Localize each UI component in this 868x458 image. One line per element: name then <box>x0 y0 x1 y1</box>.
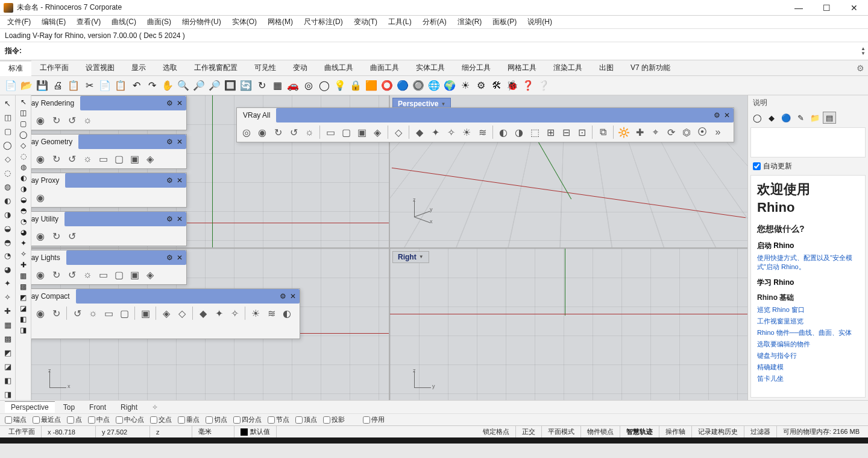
vray-compact-toolbar[interactable]: VRay Compact⚙✕ ◎◉↻↺☼▭▢▣◈◇◆✦✧☀≋◐◑ <box>31 288 300 339</box>
toolbar-tool-icon[interactable]: ◇ <box>175 306 189 320</box>
left-tool-icon[interactable]: ↖ <box>20 98 27 106</box>
osnap-checkbox[interactable] <box>295 416 303 424</box>
toolbar-tool-icon[interactable]: ▭ <box>101 306 116 320</box>
cut-icon[interactable]: ✂ <box>82 78 96 93</box>
print-icon[interactable]: 🖨 <box>51 78 65 93</box>
menu-bar[interactable]: 文件(F)编辑(E)查看(V)曲线(C)曲面(S)细分物件(U)实体(O)网格(… <box>0 16 868 29</box>
help-link[interactable]: 选取要编辑的物件 <box>757 340 859 349</box>
chevron-down-icon[interactable]: ▼ <box>441 101 445 107</box>
menu-item[interactable]: 尺寸标注(D) <box>299 16 348 28</box>
toolbar-tool-icon[interactable]: ↻ <box>49 151 63 166</box>
status-toggle[interactable]: 记录建构历史 <box>692 426 744 437</box>
toolbar-tool-icon[interactable]: ✧ <box>444 125 458 139</box>
toolbar-tool-icon[interactable]: ⏣ <box>679 125 694 139</box>
copy-icon[interactable]: 📄 <box>98 78 112 93</box>
menu-item[interactable]: 面板(P) <box>488 16 521 28</box>
left-tool-icon[interactable]: ↖ <box>2 98 14 109</box>
status-toggle[interactable]: 物件锁点 <box>581 426 620 437</box>
render-preview-icon[interactable]: ◎ <box>301 78 316 93</box>
help-link[interactable]: Rhino 物件──曲线、曲面、实体 <box>757 328 859 337</box>
layers-tab-icon[interactable]: ◆ <box>765 112 778 124</box>
undo-icon[interactable]: ↶ <box>129 78 143 93</box>
toolbar-tool-icon[interactable]: ⊡ <box>574 125 589 139</box>
left-tool-icon[interactable]: ◯ <box>2 139 14 151</box>
options-icon[interactable]: 🛠 <box>489 78 504 93</box>
menu-item[interactable]: 说明(H) <box>523 16 557 28</box>
folder-tab-icon[interactable]: 📁 <box>808 112 822 124</box>
window-minimize-button[interactable]: — <box>785 0 813 16</box>
toolbar-tool-icon[interactable]: ◐ <box>280 306 294 320</box>
toolbar-tool-icon[interactable]: ◉ <box>33 306 48 320</box>
sun-icon[interactable]: ☀ <box>458 78 473 93</box>
toolbar-tool-icon[interactable]: ▢ <box>112 151 126 166</box>
gear-icon[interactable]: ⚙ <box>166 99 173 107</box>
osnap-item[interactable]: 投影 <box>321 415 347 424</box>
menu-item[interactable]: 编辑(E) <box>37 16 71 28</box>
toolbar-tool-icon[interactable]: ◈ <box>143 151 157 166</box>
window-close-button[interactable]: ✕ <box>840 0 868 16</box>
viewport-tab[interactable]: Right <box>115 402 143 413</box>
left-tool-icon[interactable]: ◧ <box>2 375 14 386</box>
close-icon[interactable]: ✕ <box>290 292 296 301</box>
toolbar-tool-icon[interactable]: ☼ <box>80 113 95 127</box>
close-icon[interactable]: ✕ <box>177 253 183 262</box>
left-tool-icon[interactable]: ◇ <box>20 141 26 150</box>
osnap-checkbox[interactable] <box>88 416 95 424</box>
toolbar-tab[interactable]: 变动 <box>285 60 316 76</box>
help-link[interactable]: 键盘与指令行 <box>757 351 859 360</box>
osnap-checkbox[interactable] <box>33 416 40 424</box>
left-tool-icon[interactable]: ◩ <box>20 293 27 302</box>
menu-item[interactable]: 分析(A) <box>418 16 451 28</box>
toolbar-tool-icon[interactable]: ◉ <box>33 267 48 282</box>
zoom-selected-icon[interactable]: 🔎 <box>207 78 222 93</box>
materials-tab-icon[interactable]: 🔵 <box>779 112 793 124</box>
toolbar-tool-icon[interactable]: ◎ <box>31 306 32 320</box>
osnap-item[interactable]: 交点 <box>148 415 174 424</box>
left-tool-icon[interactable]: ◪ <box>20 304 27 313</box>
help-link[interactable]: 巡览 Rhino 窗口 <box>757 305 859 314</box>
left-tool-icon[interactable]: ✧ <box>2 291 14 303</box>
toolbar-tab[interactable]: 显示 <box>123 60 154 76</box>
toolbar-tool-icon[interactable]: ≋ <box>264 306 278 320</box>
left-tool-icon[interactable]: ◓ <box>2 237 14 248</box>
vray-icon[interactable]: ❓ <box>521 78 535 93</box>
menu-item[interactable]: 曲线(C) <box>107 16 141 28</box>
render-icon[interactable]: 🚗 <box>286 78 300 93</box>
left-tool-icon[interactable]: ◍ <box>20 163 27 171</box>
left-tool-icon[interactable]: ◕ <box>2 264 14 275</box>
toolbar-tool-icon[interactable]: ◑ <box>512 125 526 139</box>
close-icon[interactable]: ✕ <box>177 176 183 185</box>
status-layer[interactable]: 默认值 <box>234 426 277 437</box>
properties-icon[interactable]: 📋 <box>66 78 81 93</box>
left-tool-icon[interactable]: ✧ <box>20 250 27 258</box>
save-icon[interactable]: 💾 <box>35 78 49 93</box>
left-tool-icon[interactable]: ◍ <box>2 181 14 192</box>
left-tool-icon[interactable]: ◒ <box>20 196 27 204</box>
auto-update-checkbox[interactable] <box>753 162 761 170</box>
left-tool-icon[interactable]: ▦ <box>2 319 14 331</box>
toolbar-tool-icon[interactable]: ◉ <box>33 113 48 127</box>
toolbar-tool-icon[interactable]: ◇ <box>391 125 406 139</box>
left-tool-icon[interactable]: ◐ <box>20 174 27 182</box>
left-tool-icon[interactable]: ✚ <box>20 261 27 269</box>
gear-icon[interactable]: ⚙ <box>280 292 286 301</box>
menu-item[interactable]: 查看(V) <box>72 16 105 28</box>
gear-icon[interactable]: ⚙ <box>474 78 488 93</box>
toolbar-tab[interactable]: 曲面工具 <box>362 60 407 76</box>
vray-all-toolbar[interactable]: VRay All⚙✕ ◎◉↻↺☼▭▢▣◈◇◆✦✧☀≋◐◑⬚⊞⊟⊡⧉🔆✚⌖⟳⏣⦿» <box>236 107 734 142</box>
menu-item[interactable]: 细分物件(U) <box>177 16 226 28</box>
osnap-checkbox[interactable] <box>363 416 370 424</box>
osnap-item[interactable]: 切点 <box>203 415 230 424</box>
left-tool-icon[interactable]: ▦ <box>20 272 27 280</box>
globe-icon[interactable]: 🌐 <box>427 78 441 93</box>
left-tool-icon[interactable]: ◕ <box>20 228 27 237</box>
toolbar-tool-icon[interactable]: ◎ <box>31 151 32 166</box>
help-link[interactable]: 精确建模 <box>757 363 859 372</box>
toolbar-tool-icon[interactable]: ◎ <box>239 125 254 139</box>
left-tool-icon[interactable]: ▩ <box>2 333 14 345</box>
left-tool-icon[interactable]: ◓ <box>20 206 27 215</box>
left-tool-icon[interactable]: ◪ <box>2 361 14 372</box>
left-tool-icon[interactable]: ◑ <box>20 185 27 193</box>
refresh-icon[interactable]: ↻ <box>254 78 269 93</box>
shade-icon[interactable]: 🔘 <box>411 78 426 93</box>
